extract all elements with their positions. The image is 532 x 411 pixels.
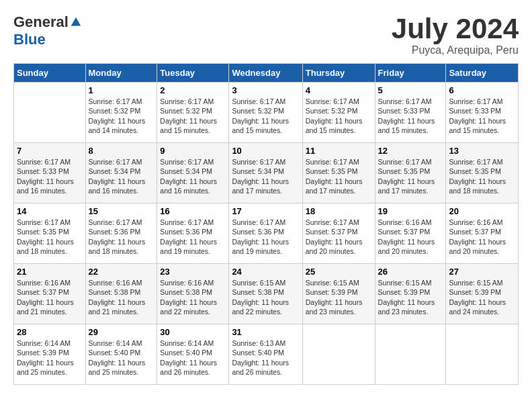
day-number: 15: [89, 206, 154, 216]
day-number: 25: [306, 267, 372, 277]
day-info: Sunrise: 6:17 AMSunset: 5:32 PMDaylight:…: [232, 97, 299, 135]
logo-general: General: [13, 13, 69, 31]
day-number: 13: [449, 146, 515, 156]
day-number: 7: [17, 146, 83, 156]
day-info: Sunrise: 6:17 AMSunset: 5:36 PMDaylight:…: [232, 218, 299, 256]
day-info: Sunrise: 6:17 AMSunset: 5:33 PMDaylight:…: [378, 97, 443, 135]
day-info: Sunrise: 6:16 AMSunset: 5:38 PMDaylight:…: [160, 278, 226, 316]
header-sunday: Sunday: [14, 64, 86, 83]
day-info: Sunrise: 6:17 AMSunset: 5:34 PMDaylight:…: [160, 157, 226, 195]
header-thursday: Thursday: [302, 64, 375, 83]
day-number: 27: [449, 267, 515, 277]
day-info: Sunrise: 6:16 AMSunset: 5:37 PMDaylight:…: [378, 218, 443, 256]
day-number: 11: [306, 146, 372, 156]
header-friday: Friday: [375, 64, 446, 83]
day-number: 9: [160, 146, 226, 156]
calendar-cell: 7Sunrise: 6:17 AMSunset: 5:33 PMDaylight…: [14, 143, 86, 203]
day-number: 8: [89, 146, 154, 156]
day-info: Sunrise: 6:17 AMSunset: 5:37 PMDaylight:…: [306, 218, 372, 256]
day-info: Sunrise: 6:17 AMSunset: 5:35 PMDaylight:…: [449, 157, 515, 195]
calendar-cell: 30Sunrise: 6:14 AMSunset: 5:40 PMDayligh…: [157, 324, 229, 385]
day-info: Sunrise: 6:17 AMSunset: 5:34 PMDaylight:…: [89, 157, 154, 195]
day-info: Sunrise: 6:17 AMSunset: 5:32 PMDaylight:…: [89, 97, 154, 135]
day-number: 23: [160, 267, 226, 277]
calendar-cell: 29Sunrise: 6:14 AMSunset: 5:40 PMDayligh…: [85, 324, 157, 385]
svg-marker-0: [71, 17, 81, 26]
calendar-cell: 20Sunrise: 6:16 AMSunset: 5:37 PMDayligh…: [446, 203, 519, 264]
calendar-cell: 13Sunrise: 6:17 AMSunset: 5:35 PMDayligh…: [446, 143, 519, 203]
day-number: 2: [160, 85, 226, 95]
calendar-cell: 17Sunrise: 6:17 AMSunset: 5:36 PMDayligh…: [229, 203, 302, 264]
calendar-week-row: 1Sunrise: 6:17 AMSunset: 5:32 PMDaylight…: [14, 83, 519, 143]
calendar-week-row: 7Sunrise: 6:17 AMSunset: 5:33 PMDaylight…: [14, 143, 519, 203]
calendar-cell: 3Sunrise: 6:17 AMSunset: 5:32 PMDaylight…: [229, 83, 302, 143]
calendar-cell: 26Sunrise: 6:15 AMSunset: 5:39 PMDayligh…: [375, 264, 446, 324]
calendar-cell: 4Sunrise: 6:17 AMSunset: 5:32 PMDaylight…: [302, 83, 375, 143]
day-info: Sunrise: 6:17 AMSunset: 5:35 PMDaylight:…: [378, 157, 443, 195]
day-number: 18: [306, 206, 372, 216]
calendar-cell: 15Sunrise: 6:17 AMSunset: 5:36 PMDayligh…: [85, 203, 157, 264]
calendar-cell: 12Sunrise: 6:17 AMSunset: 5:35 PMDayligh…: [375, 143, 446, 203]
day-info: Sunrise: 6:15 AMSunset: 5:38 PMDaylight:…: [232, 278, 299, 316]
page-header: General Blue July 2024 Puyca, Arequipa, …: [13, 13, 519, 56]
day-info: Sunrise: 6:14 AMSunset: 5:40 PMDaylight:…: [89, 338, 154, 377]
title-block: July 2024 Puyca, Arequipa, Peru: [392, 13, 519, 56]
logo-icon: [70, 16, 82, 28]
calendar-cell: 21Sunrise: 6:16 AMSunset: 5:37 PMDayligh…: [14, 264, 86, 324]
day-info: Sunrise: 6:17 AMSunset: 5:33 PMDaylight:…: [17, 157, 83, 195]
month-title: July 2024: [392, 13, 519, 44]
day-number: 21: [17, 267, 83, 277]
calendar-cell: 9Sunrise: 6:17 AMSunset: 5:34 PMDaylight…: [157, 143, 229, 203]
day-info: Sunrise: 6:15 AMSunset: 5:39 PMDaylight:…: [378, 278, 443, 316]
calendar-cell: 10Sunrise: 6:17 AMSunset: 5:34 PMDayligh…: [229, 143, 302, 203]
header-tuesday: Tuesday: [157, 64, 229, 83]
day-info: Sunrise: 6:17 AMSunset: 5:33 PMDaylight:…: [449, 97, 515, 135]
day-info: Sunrise: 6:15 AMSunset: 5:39 PMDaylight:…: [306, 278, 372, 316]
calendar-table: SundayMondayTuesdayWednesdayThursdayFrid…: [13, 63, 519, 385]
day-number: 24: [232, 267, 299, 277]
day-number: 31: [232, 327, 299, 337]
calendar-cell: [375, 324, 446, 385]
day-number: 29: [89, 327, 154, 337]
calendar-week-row: 14Sunrise: 6:17 AMSunset: 5:35 PMDayligh…: [14, 203, 519, 264]
calendar-week-row: 28Sunrise: 6:14 AMSunset: 5:39 PMDayligh…: [14, 324, 519, 385]
calendar-cell: [14, 83, 86, 143]
calendar-cell: 24Sunrise: 6:15 AMSunset: 5:38 PMDayligh…: [229, 264, 302, 324]
calendar-cell: 25Sunrise: 6:15 AMSunset: 5:39 PMDayligh…: [302, 264, 375, 324]
day-info: Sunrise: 6:13 AMSunset: 5:40 PMDaylight:…: [232, 338, 299, 377]
day-info: Sunrise: 6:17 AMSunset: 5:34 PMDaylight:…: [232, 157, 299, 195]
header-saturday: Saturday: [446, 64, 519, 83]
day-number: 30: [160, 327, 226, 337]
day-number: 19: [378, 206, 443, 216]
day-number: 12: [378, 146, 443, 156]
calendar-cell: 22Sunrise: 6:16 AMSunset: 5:38 PMDayligh…: [85, 264, 157, 324]
day-number: 1: [89, 85, 154, 95]
logo: General Blue: [13, 13, 82, 48]
logo-blue: Blue: [13, 31, 46, 48]
day-number: 22: [89, 267, 154, 277]
day-info: Sunrise: 6:17 AMSunset: 5:36 PMDaylight:…: [160, 218, 226, 256]
header-wednesday: Wednesday: [229, 64, 302, 83]
day-number: 14: [17, 206, 83, 216]
calendar-header-row: SundayMondayTuesdayWednesdayThursdayFrid…: [14, 64, 519, 83]
day-number: 3: [232, 85, 299, 95]
calendar-cell: 23Sunrise: 6:16 AMSunset: 5:38 PMDayligh…: [157, 264, 229, 324]
calendar-cell: 5Sunrise: 6:17 AMSunset: 5:33 PMDaylight…: [375, 83, 446, 143]
day-info: Sunrise: 6:17 AMSunset: 5:32 PMDaylight:…: [160, 97, 226, 135]
day-info: Sunrise: 6:14 AMSunset: 5:40 PMDaylight:…: [160, 338, 226, 377]
day-info: Sunrise: 6:15 AMSunset: 5:39 PMDaylight:…: [449, 278, 515, 316]
day-number: 4: [306, 85, 372, 95]
day-number: 17: [232, 206, 299, 216]
day-info: Sunrise: 6:17 AMSunset: 5:35 PMDaylight:…: [17, 218, 83, 256]
day-info: Sunrise: 6:14 AMSunset: 5:39 PMDaylight:…: [17, 338, 83, 377]
day-info: Sunrise: 6:17 AMSunset: 5:35 PMDaylight:…: [306, 157, 372, 195]
calendar-cell: 8Sunrise: 6:17 AMSunset: 5:34 PMDaylight…: [85, 143, 157, 203]
calendar-cell: 28Sunrise: 6:14 AMSunset: 5:39 PMDayligh…: [14, 324, 86, 385]
calendar-cell: 16Sunrise: 6:17 AMSunset: 5:36 PMDayligh…: [157, 203, 229, 264]
day-info: Sunrise: 6:16 AMSunset: 5:37 PMDaylight:…: [449, 218, 515, 256]
day-info: Sunrise: 6:17 AMSunset: 5:32 PMDaylight:…: [306, 97, 372, 135]
calendar-cell: 14Sunrise: 6:17 AMSunset: 5:35 PMDayligh…: [14, 203, 86, 264]
calendar-cell: 6Sunrise: 6:17 AMSunset: 5:33 PMDaylight…: [446, 83, 519, 143]
day-info: Sunrise: 6:16 AMSunset: 5:37 PMDaylight:…: [17, 278, 83, 316]
calendar-cell: 19Sunrise: 6:16 AMSunset: 5:37 PMDayligh…: [375, 203, 446, 264]
